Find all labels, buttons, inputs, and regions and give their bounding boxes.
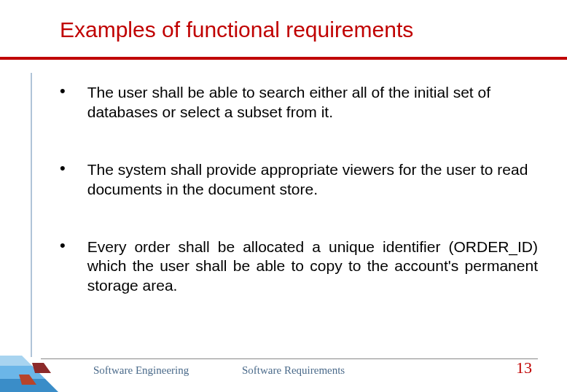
bullet-text: The user shall be able to search either … <box>87 83 538 122</box>
corner-graphic <box>0 342 58 392</box>
bullet-text: The system shall provide appropriate vie… <box>87 160 538 200</box>
list-item: • Every order shall be allocated a uniqu… <box>60 238 538 297</box>
footer-left-text: Software Engineering <box>93 364 189 377</box>
footer: Software Engineering Software Requiremen… <box>0 342 567 392</box>
page-number: 13 <box>516 358 532 377</box>
content-area: • The user shall be able to search eithe… <box>0 60 567 296</box>
svg-marker-2 <box>0 356 32 366</box>
list-item: • The user shall be able to search eithe… <box>60 83 538 122</box>
bullet-icon: • <box>60 238 66 254</box>
bullet-icon: • <box>60 83 66 99</box>
svg-marker-3 <box>32 363 51 373</box>
left-vertical-bar <box>31 73 32 357</box>
bullet-icon: • <box>60 160 66 176</box>
slide-title: Examples of functional requirements <box>0 0 567 48</box>
bullet-text: Every order shall be allocated a unique … <box>87 238 538 297</box>
footer-divider <box>41 358 538 359</box>
list-item: • The system shall provide appropriate v… <box>60 160 538 200</box>
bullet-list: • The user shall be able to search eithe… <box>60 83 538 296</box>
footer-center-text: Software Requirements <box>242 364 345 377</box>
